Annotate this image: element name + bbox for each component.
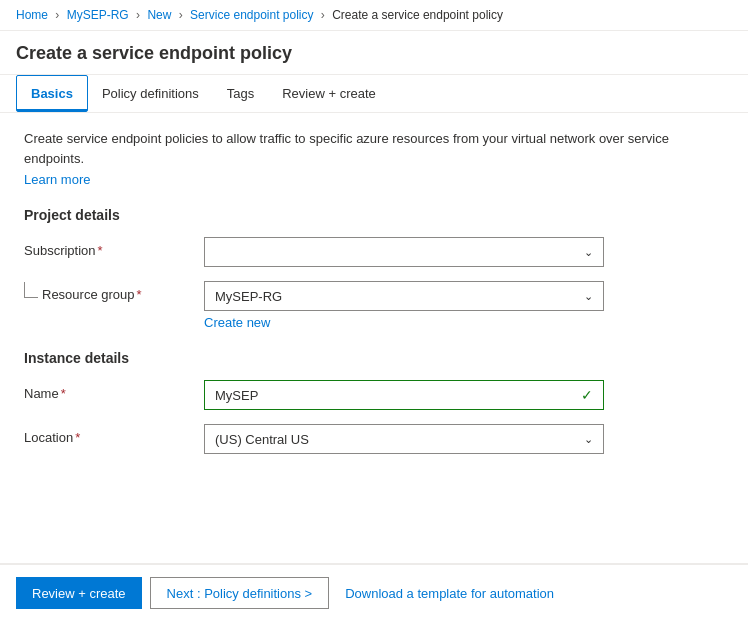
info-description: Create service endpoint policies to allo… [24, 129, 724, 168]
subscription-row: Subscription* ⌄ [24, 237, 724, 267]
breadcrumb-current: Create a service endpoint policy [332, 8, 503, 22]
breadcrumb-new[interactable]: New [147, 8, 171, 22]
footer: Review + create Next : Policy definition… [0, 563, 748, 621]
next-button[interactable]: Next : Policy definitions > [150, 577, 330, 609]
review-create-button[interactable]: Review + create [16, 577, 142, 609]
subscription-label: Subscription* [24, 237, 204, 258]
valid-check-icon: ✓ [581, 387, 593, 403]
subscription-dropdown[interactable]: ⌄ [204, 237, 604, 267]
download-template-link[interactable]: Download a template for automation [345, 586, 554, 601]
page-title: Create a service endpoint policy [16, 43, 732, 64]
resource-group-control: MySEP-RG ⌄ Create new [204, 281, 604, 330]
name-value: MySEP [215, 388, 581, 403]
indent-decoration [24, 282, 38, 298]
location-arrow-icon: ⌄ [584, 433, 593, 446]
name-control: MySEP ✓ [204, 380, 604, 410]
project-details-title: Project details [24, 207, 724, 223]
resource-group-label: Resource group [42, 287, 135, 302]
name-input[interactable]: MySEP ✓ [204, 380, 604, 410]
resource-group-arrow-icon: ⌄ [584, 290, 593, 303]
page-title-bar: Create a service endpoint policy [0, 31, 748, 75]
tab-basics[interactable]: Basics [16, 75, 88, 112]
create-new-link[interactable]: Create new [204, 315, 604, 330]
learn-more-link[interactable]: Learn more [24, 172, 90, 187]
breadcrumb: Home › MySEP-RG › New › Service endpoint… [0, 0, 748, 31]
subscription-arrow-icon: ⌄ [584, 246, 593, 259]
tabs-container: Basics Policy definitions Tags Review + … [0, 75, 748, 113]
location-value: (US) Central US [215, 432, 309, 447]
location-row: Location* (US) Central US ⌄ [24, 424, 724, 454]
breadcrumb-home[interactable]: Home [16, 8, 48, 22]
name-row: Name* MySEP ✓ [24, 380, 724, 410]
subscription-control: ⌄ [204, 237, 604, 267]
location-dropdown[interactable]: (US) Central US ⌄ [204, 424, 604, 454]
location-label: Location* [24, 424, 204, 445]
breadcrumb-mysep-rg[interactable]: MySEP-RG [67, 8, 129, 22]
main-content: Create service endpoint policies to allo… [0, 113, 748, 563]
resource-group-dropdown[interactable]: MySEP-RG ⌄ [204, 281, 604, 311]
resource-group-label-container: Resource group* [24, 281, 204, 302]
tab-policy-definitions[interactable]: Policy definitions [88, 75, 213, 112]
name-label: Name* [24, 380, 204, 401]
resource-group-value: MySEP-RG [215, 289, 282, 304]
breadcrumb-service-endpoint-policy[interactable]: Service endpoint policy [190, 8, 313, 22]
tab-tags[interactable]: Tags [213, 75, 268, 112]
instance-details-title: Instance details [24, 350, 724, 366]
tab-review-create[interactable]: Review + create [268, 75, 390, 112]
location-control: (US) Central US ⌄ [204, 424, 604, 454]
resource-group-row: Resource group* MySEP-RG ⌄ Create new [24, 281, 724, 330]
